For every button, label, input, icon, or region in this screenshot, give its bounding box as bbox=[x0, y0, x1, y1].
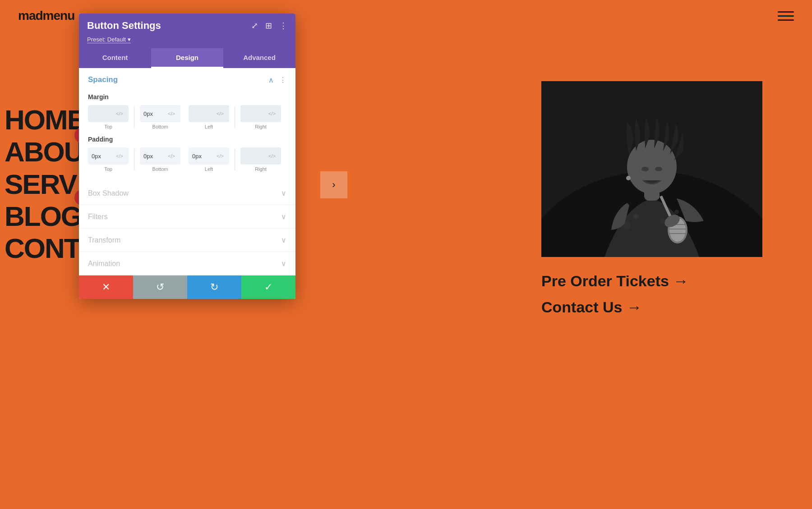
margin-top-input-wrap: </> bbox=[88, 105, 129, 122]
padding-label: Padding bbox=[88, 136, 286, 143]
padding-bottom-input-wrap: </> bbox=[140, 147, 180, 165]
margin-left-label: Left bbox=[205, 124, 213, 129]
svg-point-3 bbox=[633, 214, 639, 219]
panel-body: Spacing ∧ ⋮ Margin </> Top bbox=[79, 68, 295, 275]
cta-links: Pre Order Tickets → Contact Us → bbox=[541, 271, 776, 318]
box-shadow-chevron: ∨ bbox=[281, 189, 286, 197]
padding-left-code-icon[interactable]: </> bbox=[217, 153, 224, 159]
hamburger-line-2 bbox=[778, 15, 794, 17]
padding-tb-group: </> Top </> Bottom bbox=[88, 147, 180, 172]
panel-header: Button Settings ⤢ ⊞ ⋮ Preset: Default ▾ bbox=[79, 14, 295, 48]
padding-left-input[interactable] bbox=[192, 153, 215, 160]
margin-right-code-icon[interactable]: </> bbox=[268, 111, 276, 116]
padding-top-input[interactable] bbox=[92, 153, 114, 160]
transform-section[interactable]: Transform ∨ bbox=[79, 229, 295, 252]
transform-title: Transform bbox=[88, 236, 120, 244]
panel-tabs: Content Design Advanced bbox=[79, 48, 295, 68]
nav-item-contact[interactable]: CONTA bbox=[0, 232, 81, 264]
padding-top-input-wrap: </> bbox=[88, 147, 129, 165]
more-options-icon[interactable]: ⋮ bbox=[279, 21, 287, 31]
redo-button[interactable]: ↻ bbox=[187, 275, 241, 299]
panel-title: Button Settings bbox=[87, 20, 161, 32]
spacing-section-header: Spacing ∧ ⋮ bbox=[79, 68, 295, 92]
panel-preset[interactable]: Preset: Default ▾ bbox=[87, 36, 287, 43]
hamburger-line-1 bbox=[778, 11, 794, 13]
margin-lr-divider bbox=[235, 106, 235, 128]
cancel-button[interactable]: ✕ bbox=[79, 275, 133, 299]
margin-lr-group: </> Left </> Right bbox=[189, 105, 281, 129]
site-logo: madmenu bbox=[18, 9, 74, 23]
padding-top-label: Top bbox=[104, 166, 112, 172]
panel-header-top: Button Settings ⤢ ⊞ ⋮ bbox=[87, 20, 287, 32]
reset-button[interactable]: ↺ bbox=[133, 275, 187, 299]
expand-icon[interactable]: ⤢ bbox=[251, 21, 258, 31]
padding-row: </> Top </> Bottom bbox=[88, 147, 286, 172]
margin-top-label: Top bbox=[104, 124, 112, 129]
animation-section[interactable]: Animation ∨ bbox=[79, 252, 295, 275]
margin-bottom-input[interactable] bbox=[143, 110, 166, 117]
padding-top-field: </> Top bbox=[88, 147, 129, 172]
margin-top-code-icon[interactable]: </> bbox=[116, 111, 123, 116]
cta-pre-order[interactable]: Pre Order Tickets → bbox=[541, 271, 776, 292]
nav-item-services[interactable]: SERV bbox=[0, 168, 81, 200]
margin-right-input[interactable] bbox=[244, 110, 267, 117]
nav-arrow-button[interactable]: › bbox=[320, 171, 347, 198]
margin-right-field: </> Right bbox=[240, 105, 281, 129]
save-button[interactable]: ✓ bbox=[241, 275, 295, 299]
padding-right-code-icon[interactable]: </> bbox=[268, 153, 276, 159]
margin-row: </> Top </> Bottom bbox=[88, 105, 286, 129]
padding-top-code-icon[interactable]: </> bbox=[116, 153, 123, 159]
padding-bottom-field: </> Bottom bbox=[140, 147, 180, 172]
panel-header-icons: ⤢ ⊞ ⋮ bbox=[251, 21, 287, 31]
cta-contact[interactable]: Contact Us → bbox=[541, 297, 776, 318]
svg-point-7 bbox=[627, 140, 677, 194]
spacing-collapse-icon[interactable]: ∧ bbox=[268, 76, 274, 84]
tab-content[interactable]: Content bbox=[79, 48, 151, 68]
padding-bottom-label: Bottom bbox=[152, 166, 168, 172]
spacing-title: Spacing bbox=[88, 75, 118, 84]
margin-left-input[interactable] bbox=[192, 110, 215, 117]
animation-chevron: ∨ bbox=[281, 259, 286, 268]
spacing-more-icon[interactable]: ⋮ bbox=[279, 76, 286, 84]
box-shadow-section[interactable]: Box Shadow ∨ bbox=[79, 182, 295, 205]
padding-lr-group: </> Left </> Right bbox=[189, 147, 281, 172]
margin-left-input-wrap: </> bbox=[189, 105, 229, 122]
padding-bottom-code-icon[interactable]: </> bbox=[168, 153, 175, 159]
nav-item-blog[interactable]: BLOG bbox=[0, 200, 81, 232]
padding-right-label: Right bbox=[255, 166, 267, 172]
padding-right-input[interactable] bbox=[244, 153, 267, 160]
tab-design[interactable]: Design bbox=[151, 48, 223, 68]
padding-right-field: </> Right bbox=[240, 147, 281, 172]
nav-item-home[interactable]: HOME bbox=[0, 104, 81, 136]
svg-point-9 bbox=[655, 167, 662, 171]
margin-bottom-field: </> Bottom bbox=[140, 105, 180, 129]
columns-icon[interactable]: ⊞ bbox=[265, 21, 272, 31]
margin-top-input[interactable] bbox=[92, 110, 114, 117]
hamburger-line-3 bbox=[778, 19, 794, 21]
hamburger-menu[interactable] bbox=[778, 11, 794, 21]
padding-left-label: Left bbox=[205, 166, 213, 172]
margin-bottom-code-icon[interactable]: </> bbox=[168, 111, 175, 116]
padding-bottom-input[interactable] bbox=[143, 153, 166, 160]
svg-point-10 bbox=[626, 176, 631, 180]
box-shadow-title: Box Shadow bbox=[88, 189, 129, 197]
section-header-icons: ∧ ⋮ bbox=[268, 76, 286, 84]
tab-advanced[interactable]: Advanced bbox=[223, 48, 295, 68]
spacing-controls: Margin </> Top </> bbox=[79, 93, 295, 182]
margin-left-code-icon[interactable]: </> bbox=[217, 111, 224, 116]
margin-tb-divider bbox=[134, 106, 134, 128]
singer-photo bbox=[541, 81, 762, 257]
right-content: Pre Order Tickets → Contact Us → bbox=[541, 81, 776, 318]
margin-bottom-input-wrap: </> bbox=[140, 105, 180, 122]
margin-right-label: Right bbox=[255, 124, 267, 129]
filters-section[interactable]: Filters ∨ bbox=[79, 205, 295, 229]
svg-point-5 bbox=[674, 210, 679, 214]
filters-chevron: ∨ bbox=[281, 212, 286, 221]
padding-tb-divider bbox=[134, 149, 134, 170]
nav-item-about[interactable]: ABOU bbox=[0, 136, 81, 168]
padding-left-field: </> Left bbox=[189, 147, 229, 172]
margin-top-field: </> Top bbox=[88, 105, 129, 129]
arrow-right-icon: › bbox=[332, 179, 335, 191]
margin-bottom-label: Bottom bbox=[152, 124, 168, 129]
padding-left-input-wrap: </> bbox=[189, 147, 229, 165]
